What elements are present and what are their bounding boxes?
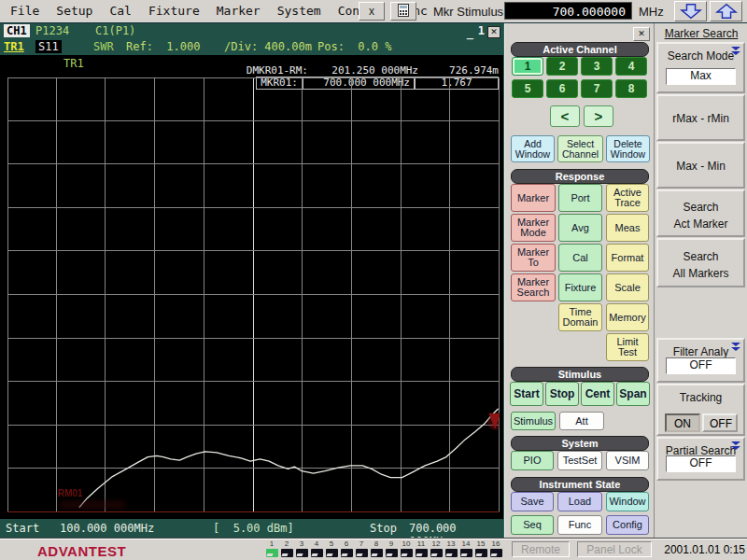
channel-prev-button[interactable]: <	[550, 105, 580, 127]
minimize-icon[interactable]: _	[467, 26, 473, 39]
config-button[interactable]: Config	[606, 515, 649, 535]
cal-button[interactable]: Cal	[558, 244, 602, 272]
minimized-window-3[interactable]: 3	[294, 540, 309, 557]
arrow-down-icon	[676, 2, 706, 21]
minimized-window-5[interactable]: 5	[324, 540, 339, 557]
minimized-window-15[interactable]: 15	[473, 540, 488, 557]
calculator-button[interactable]	[390, 2, 416, 21]
window-button[interactable]: Window	[606, 492, 649, 511]
scale-button[interactable]: Scale	[606, 273, 649, 301]
add-window-button[interactable]: Add Window	[511, 135, 555, 162]
minimized-window-12[interactable]: 12	[429, 540, 444, 557]
start-label: Start	[6, 522, 39, 535]
marker-mode-button[interactable]: Marker Mode	[511, 214, 556, 242]
channel-button-5[interactable]: 5	[512, 79, 543, 98]
minimized-window-6[interactable]: 6	[339, 540, 354, 557]
fixture-button[interactable]: Fixture	[558, 273, 602, 301]
minimized-window-2[interactable]: 2	[279, 540, 294, 557]
channel-button-6[interactable]: 6	[546, 79, 578, 98]
chevron-double-down-icon	[730, 342, 741, 355]
channel-badge: CH1	[4, 24, 30, 37]
window-number: 13	[444, 540, 458, 548]
minimized-window-11[interactable]: 11	[414, 540, 429, 557]
softkey-search-act-marker[interactable]: SearchAct Marker	[656, 189, 745, 237]
window-icon	[311, 549, 323, 557]
load-button[interactable]: Load	[557, 492, 602, 511]
port-button[interactable]: Port	[558, 184, 602, 212]
trace-id-label[interactable]: TR1	[4, 40, 24, 53]
stimulus-stop-button[interactable]: Stop	[545, 382, 579, 406]
save-button[interactable]: Save	[511, 492, 554, 511]
channel-button-2[interactable]: 2	[546, 57, 578, 76]
channel-button-8[interactable]: 8	[615, 79, 647, 98]
softkey-max-min[interactable]: Max - Min	[656, 142, 745, 189]
menu-system[interactable]: System	[269, 2, 330, 20]
channel-next-button[interactable]: >	[584, 105, 613, 127]
delta-marker-label: DMKR01-RM:	[247, 64, 308, 77]
softkey-search-all-markers[interactable]: SearchAll Markers	[656, 238, 745, 287]
menu-marker[interactable]: Marker	[208, 2, 269, 20]
softkey-rmax-rmin[interactable]: rMax - rMin	[656, 94, 745, 141]
stimulus-start-button[interactable]: Start	[510, 382, 543, 406]
minimized-window-8[interactable]: 8	[369, 540, 384, 557]
stimulus-button[interactable]: Stimulus	[511, 412, 556, 430]
meas-button[interactable]: Meas	[606, 214, 649, 242]
stimulus-cent-button[interactable]: Cent	[581, 382, 614, 406]
softkey-partial-search[interactable]: Partial SearchOFF	[656, 437, 745, 481]
time-domain-button[interactable]: Time Domain	[558, 303, 602, 331]
minimized-window-9[interactable]: 9	[384, 540, 399, 557]
seq-button[interactable]: Seq	[511, 515, 554, 535]
toolbar-close-button[interactable]: x	[359, 2, 385, 21]
trace-plot-area[interactable]	[7, 77, 500, 512]
limit-test-button[interactable]: Limit Test	[606, 333, 649, 361]
mkr-stimulus-input[interactable]: 700.000000	[504, 2, 632, 20]
minimized-window-4[interactable]: 4	[309, 540, 324, 557]
softkey-tracking[interactable]: TrackingONOFF	[656, 384, 745, 436]
memory-button[interactable]: Memory	[606, 303, 649, 331]
graph-close-button[interactable]: ✕	[487, 26, 500, 38]
marker-button[interactable]: Marker	[511, 184, 556, 212]
marker-step-up-button[interactable]	[710, 1, 742, 21]
marker-search-button[interactable]: Marker Search	[511, 273, 556, 301]
minimized-window-10[interactable]: 10	[399, 540, 414, 557]
menu-file[interactable]: File	[2, 2, 48, 20]
section-header-active-channel: Active Channel	[511, 42, 649, 57]
func-button[interactable]: Func	[557, 515, 602, 535]
grid-lines	[7, 77, 500, 512]
format-button[interactable]: Format	[606, 244, 649, 272]
delete-window-button[interactable]: Delete Window	[606, 135, 650, 162]
pio-button[interactable]: PIO	[511, 451, 554, 470]
menu-cal[interactable]: Cal	[101, 2, 139, 20]
att-button[interactable]: Att	[559, 412, 604, 430]
testset-button[interactable]: TestSet	[557, 451, 602, 470]
softkey-filter-analy[interactable]: Filter AnalyOFF	[656, 338, 745, 383]
datetime-label: 2001.01.01 0:15	[659, 543, 745, 556]
menu-fixture[interactable]: Fixture	[140, 2, 208, 20]
minimized-window-1[interactable]: 1	[264, 540, 279, 557]
toggle-tracking-off[interactable]: OFF	[702, 413, 738, 432]
minimized-window-14[interactable]: 14	[458, 540, 473, 557]
marker-step-down-button[interactable]	[674, 1, 707, 21]
channel-button-3[interactable]: 3	[581, 57, 613, 76]
softkey-search-mode[interactable]: Search ModeMax	[656, 42, 745, 93]
control-panel-close-button[interactable]: ✕	[633, 27, 650, 41]
stimulus-span-button[interactable]: Span	[616, 382, 650, 406]
section-header-stimulus: Stimulus	[511, 367, 649, 382]
trace-title-row: TR1 S11 SWR Ref: 1.000 /Div: 400.00m Pos…	[0, 40, 503, 55]
vsim-button[interactable]: VSIM	[606, 451, 649, 470]
marker-to-button[interactable]: Marker To	[511, 244, 556, 272]
minimized-window-7[interactable]: 7	[354, 540, 369, 557]
parameter-label: S11	[35, 40, 62, 53]
channel-button-7[interactable]: 7	[581, 79, 613, 98]
avg-button[interactable]: Avg	[558, 214, 602, 242]
active-trace-button[interactable]: Active Trace	[606, 184, 649, 212]
softkey-value-display: Max	[666, 68, 736, 85]
window-icon	[475, 549, 487, 557]
minimized-window-16[interactable]: 16	[488, 540, 503, 557]
channel-button-1[interactable]: 1	[512, 57, 543, 76]
select-channel-button[interactable]: Select Channel	[557, 135, 603, 162]
channel-button-4[interactable]: 4	[615, 57, 647, 76]
menu-setup[interactable]: Setup	[48, 2, 101, 20]
minimized-window-13[interactable]: 13	[444, 540, 458, 557]
toggle-tracking-on[interactable]: ON	[665, 413, 700, 432]
